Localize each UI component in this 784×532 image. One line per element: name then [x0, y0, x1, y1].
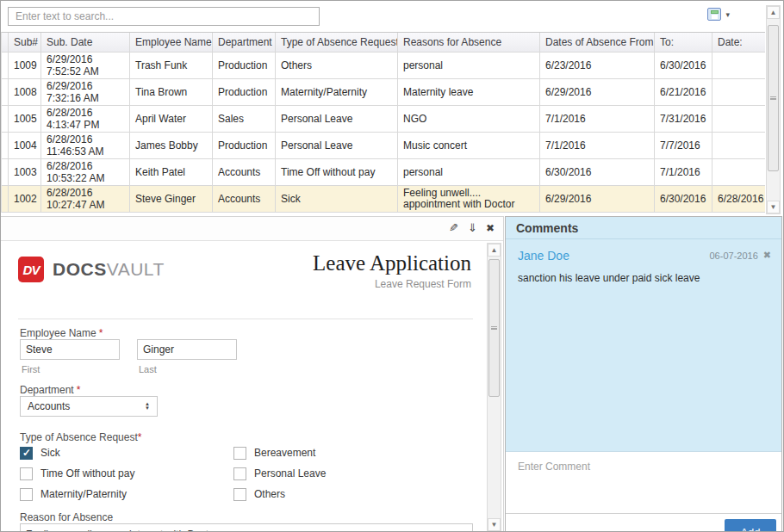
checkbox-icon[interactable] — [233, 467, 246, 480]
required-asterisk: * — [99, 327, 103, 339]
table-row[interactable]: 1002 6/28/201610:27:47 AM Steve Ginger A… — [2, 186, 765, 213]
cell-employee: Tina Brown — [130, 79, 213, 105]
checkbox-maternity[interactable]: Maternity/Paternity — [20, 484, 233, 504]
cell-date — [712, 159, 765, 185]
table-row[interactable]: 1008 6/29/20167:32:16 AM Tina Brown Prod… — [2, 79, 765, 106]
cell-sub: 1004 — [9, 133, 41, 158]
cell-sub-date: 6/29/20167:32:16 AM — [41, 79, 130, 105]
table-row[interactable]: 1004 6/28/201611:46:53 AM James Bobby Pr… — [2, 133, 765, 159]
cell-from: 7/1/2016 — [540, 106, 655, 132]
checkbox-label: Maternity/Paternity — [40, 488, 127, 500]
col-department[interactable]: Department — [213, 33, 276, 52]
cell-sub-date: 6/28/201610:53:22 AM — [41, 159, 130, 185]
stepper-icon[interactable]: ▲▼ — [145, 402, 150, 411]
checkbox-sick[interactable]: Sick — [20, 442, 233, 463]
table-row[interactable]: 1005 6/28/20164:13:47 PM April Water Sal… — [2, 106, 765, 133]
table-scrollbar-thumb[interactable] — [768, 25, 779, 171]
save-icon — [707, 8, 721, 21]
cell-sub-date: 6/29/20167:52:52 AM — [41, 53, 130, 78]
col-type[interactable]: Type of Absence Request — [276, 33, 398, 52]
checkbox-icon[interactable] — [233, 447, 246, 460]
row-indicator-header — [2, 33, 9, 52]
checkbox-icon[interactable] — [20, 467, 33, 480]
comment-author-link[interactable]: Jane Doe — [518, 249, 569, 263]
checkbox-icon[interactable] — [233, 488, 246, 501]
scroll-up-icon[interactable]: ▲ — [488, 244, 501, 257]
row-indicator — [2, 53, 9, 78]
chevron-down-icon[interactable]: ▾ — [725, 10, 730, 19]
department-select[interactable]: Accounts ▲▼ — [20, 396, 158, 417]
comment-text: sanction his leave under paid sick leave — [518, 272, 769, 284]
cell-employee: Trash Funk — [130, 53, 213, 78]
delete-comment-icon[interactable]: ✖ — [763, 250, 771, 261]
last-name-field[interactable] — [137, 339, 237, 360]
col-date[interactable]: Date: — [712, 33, 765, 52]
cell-type: Time Off without pay — [276, 159, 398, 185]
add-comment-button[interactable]: Add — [725, 519, 776, 532]
cell-reason: personal — [398, 53, 540, 78]
cell-type: Personal Leave — [276, 106, 398, 132]
cell-time-line: 11:46:53 AM — [47, 145, 124, 158]
cell-reason: Maternity leave — [398, 79, 540, 105]
checkbox-icon[interactable] — [20, 488, 33, 501]
cell-date-line: 6/28/2016 — [47, 133, 124, 145]
form-scrollbar-thumb[interactable] — [488, 259, 500, 397]
checkbox-time-off[interactable]: Time Off without pay — [20, 463, 233, 484]
docsvault-window: ▾ Sub# Sub. Date Employee Name Departmen… — [0, 0, 784, 532]
col-to[interactable]: To: — [655, 33, 712, 52]
cell-date-line: 6/29/2016 — [47, 80, 124, 92]
cell-type: Maternity/Paternity — [276, 79, 398, 105]
comment-input[interactable] — [506, 451, 781, 513]
reason-field[interactable]: Feeling unwell.... appointment with Doct… — [20, 523, 473, 532]
table-scrollbar[interactable]: ▲ ▼ — [766, 5, 781, 214]
cell-employee: Steve Ginger — [130, 186, 213, 212]
cell-from: 6/29/2016 — [540, 186, 655, 212]
col-sub[interactable]: Sub# — [9, 33, 41, 52]
col-employee[interactable]: Employee Name — [130, 33, 213, 52]
required-asterisk: * — [138, 431, 142, 443]
row-indicator — [2, 133, 9, 158]
cell-employee: James Bobby — [130, 133, 213, 158]
cell-date-line: 6/28/2016 — [47, 107, 124, 119]
cell-reason: personal — [398, 159, 540, 185]
scroll-up-icon[interactable]: ▲ — [767, 6, 780, 19]
brand-light: VAULT — [107, 259, 165, 279]
preview-toolbar: ✎ ⇓ ✖ — [1, 217, 503, 241]
close-icon[interactable]: ✖ — [486, 222, 495, 234]
cell-to: 7/31/2016 — [655, 106, 712, 132]
cell-to: 7/1/2016 — [655, 159, 712, 185]
form-scrollbar[interactable]: ▲ ▼ — [487, 243, 501, 532]
checkbox-personal-leave[interactable]: Personal Leave — [233, 463, 414, 484]
absence-type-options: Sick Bereavement Time Off without pay Pe… — [20, 442, 416, 504]
checkbox-others[interactable]: Others — [233, 484, 414, 504]
checkbox-icon[interactable] — [20, 447, 33, 460]
comments-list: Jane Doe 06-07-2016 ✖ sanction his leave… — [506, 239, 781, 451]
table-row[interactable]: 1003 6/28/201610:53:22 AM Keith Patel Ac… — [2, 159, 765, 186]
checkbox-label: Bereavement — [254, 447, 315, 459]
last-name-sublabel: Last — [139, 364, 157, 374]
scroll-down-icon[interactable]: ▼ — [488, 518, 501, 531]
col-sub-date[interactable]: Sub. Date — [41, 33, 130, 52]
comments-panel: Comments Jane Doe 06-07-2016 ✖ sanction … — [505, 216, 782, 532]
checkbox-bereavement[interactable]: Bereavement — [233, 442, 414, 463]
cell-sub: 1005 — [9, 106, 41, 132]
row-indicator — [2, 79, 9, 105]
search-input[interactable] — [8, 7, 320, 26]
first-name-field[interactable] — [20, 339, 120, 360]
comment-meta: 06-07-2016 ✖ — [710, 250, 772, 261]
first-name-sublabel: First — [22, 364, 40, 374]
col-from[interactable]: Dates of Absence From: — [540, 33, 655, 52]
form-title: Leave Application — [313, 251, 471, 275]
cell-employee: April Water — [130, 106, 213, 132]
cell-sub-date: 6/28/20164:13:47 PM — [41, 106, 130, 132]
checkbox-label: Others — [254, 488, 285, 500]
col-reasons[interactable]: Reasons for Absence — [398, 33, 540, 52]
edit-icon[interactable]: ✎ — [449, 222, 458, 234]
cell-sub-date: 6/28/201611:46:53 AM — [41, 133, 130, 158]
cell-sub: 1003 — [9, 159, 41, 185]
cell-department: Sales — [213, 106, 276, 132]
download-icon[interactable]: ⇓ — [468, 222, 477, 234]
save-button[interactable]: ▾ — [707, 8, 730, 21]
table-row[interactable]: 1009 6/29/20167:52:52 AM Trash Funk Prod… — [2, 53, 765, 79]
scroll-down-icon[interactable]: ▼ — [767, 201, 780, 213]
